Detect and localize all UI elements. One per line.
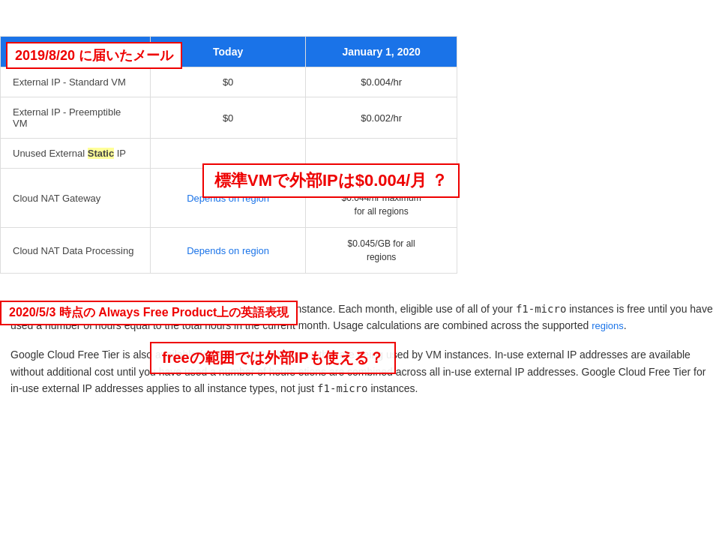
code-f1-micro-3: f1-micro bbox=[317, 382, 367, 394]
row-name-nat-gateway: Cloud NAT Gateway bbox=[1, 169, 151, 228]
row-name-prefix: Unused External bbox=[13, 148, 88, 159]
table-row-nat-data: Cloud NAT Data Processing Depends on reg… bbox=[1, 228, 457, 274]
period-1: . bbox=[624, 319, 627, 331]
annotation-lower-label-box: 2020/5/3 時点の Always Free Product上の英語表現 bbox=[0, 301, 298, 325]
row-name-suffix: IP bbox=[114, 148, 126, 159]
depends-link-data[interactable]: Depends on region bbox=[187, 245, 269, 256]
row-jan-nat-data: $0.045/GB for all regions bbox=[306, 228, 457, 274]
row-today-nat-data: Depends on region bbox=[151, 228, 306, 274]
table-row: External IP - Preemptible VM $0 $0.002/h… bbox=[1, 97, 457, 139]
annotation-top-label: 2019/8/20 に届いたメール bbox=[15, 48, 173, 63]
annotation-lower-label-text: 2020/5/3 時点の Always Free Product上の英語表現 bbox=[9, 306, 289, 319]
row-jan-external-preemptible: $0.002/hr bbox=[306, 97, 457, 139]
row-name-external-standard: External IP - Standard VM bbox=[1, 67, 151, 97]
row-today-external-standard: $0 bbox=[151, 67, 306, 97]
row-name-nat-data: Cloud NAT Data Processing bbox=[1, 228, 151, 274]
annotation-mid-box: 標準VMで外部IPは$0.004/月 ？ bbox=[202, 163, 460, 198]
annotation-top-box: 2019/8/20 に届いたメール bbox=[6, 42, 182, 69]
annotation-bottom-label: freeの範囲では外部IPも使える？ bbox=[162, 349, 384, 366]
table-row: External IP - Standard VM $0 $0.004/hr bbox=[1, 67, 457, 97]
annotation-mid-label: 標準VMで外部IPは$0.004/月 ？ bbox=[214, 171, 448, 190]
annotation-bottom-box: freeの範囲では外部IPも使える？ bbox=[150, 342, 396, 374]
lower-section: 2020/5/3 時点の Always Free Product上の英語表現 Y… bbox=[0, 301, 728, 397]
row-jan-external-standard: $0.004/hr bbox=[306, 67, 457, 97]
row-today-external-preemptible: $0 bbox=[151, 97, 306, 139]
row-name-external-preemptible: External IP - Preemptible VM bbox=[1, 97, 151, 139]
col-header-jan2020: January 1, 2020 bbox=[306, 37, 457, 67]
pricing-table: Today January 1, 2020 External IP - Stan… bbox=[0, 36, 457, 274]
pricing-section: Today January 1, 2020 External IP - Stan… bbox=[0, 36, 457, 274]
main-wrapper: 2019/8/20 に届いたメール Today January 1, 2020 … bbox=[0, 36, 728, 397]
regions-link[interactable]: regions bbox=[592, 320, 624, 331]
row-name-highlight: Static bbox=[88, 148, 114, 159]
price-sub-nat-data: $0.045/GB for all regions bbox=[318, 237, 445, 264]
row-name-unused-static: Unused External Static IP bbox=[1, 139, 151, 169]
code-f1-micro-2: f1-micro bbox=[516, 303, 566, 315]
